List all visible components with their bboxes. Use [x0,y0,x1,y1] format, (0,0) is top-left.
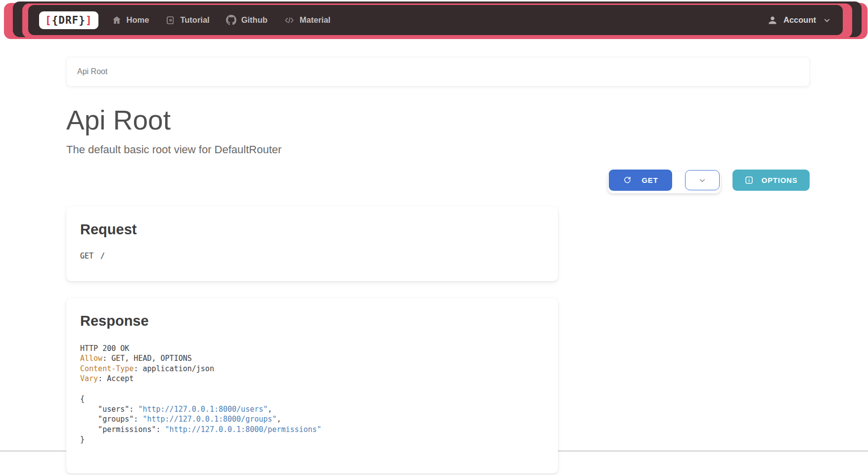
response-url-link[interactable]: "http://127.0.0.1:8000/permissions" [165,425,321,434]
get-button-label: GET [641,176,658,184]
response-card-title: Response [80,313,544,329]
nav-item-label: Material [300,15,330,25]
page-title: Api Root [66,106,810,135]
navbar: [{DRF}] Home Tutorial Github [28,5,843,35]
response-header-value: : GET, HEAD, OPTIONS [102,354,192,363]
json-close-brace: } [80,435,85,444]
github-icon [226,15,236,25]
response-header-value: : Accept [98,374,134,383]
nav-item-github[interactable]: Github [226,15,268,25]
response-header-line: Content-Type: application/json [80,364,544,374]
code-icon [284,15,295,26]
request-card-title: Request [80,221,544,238]
request-line: GET / [80,252,544,260]
journal-icon [165,15,175,25]
chevron-down-icon [697,175,707,185]
response-header-value: : application/json [134,364,214,373]
refresh-icon [623,175,632,185]
json-key: "permissions": [80,425,165,434]
request-method: GET [80,252,93,260]
response-header-name: Vary [80,374,98,383]
response-json-line: } [80,434,544,445]
nav-item-label: Github [241,15,268,25]
navbar-right: Account [768,15,832,25]
response-body: HTTP 200 OKAllow: GET, HEAD, OPTIONSCont… [80,344,544,445]
top-navbar: [{DRF}] Home Tutorial Github [0,0,868,42]
request-card: Request GET / [66,207,558,281]
main-content: Api Root Api Root The default basic root… [66,42,810,474]
response-json-line: "users": "http://127.0.0.1:8000/users", [80,404,544,415]
response-header-line: Vary: Accept [80,374,544,384]
nav-item-label: Tutorial [180,15,209,25]
response-header-name: Allow [80,354,102,363]
chevron-down-icon [822,15,832,25]
nav-item-label: Home [127,15,149,25]
person-icon [768,15,777,25]
options-button[interactable]: OPTIONS [732,170,810,191]
request-path: / [100,252,105,260]
account-menu[interactable]: Account [768,15,832,25]
brand-logo[interactable]: [{DRF}] [39,11,98,29]
json-open-brace: { [80,394,85,403]
json-comma: , [268,405,272,414]
response-json-line: "permissions": "http://127.0.0.1:8000/pe… [80,425,544,435]
response-header-line: Allow: GET, HEAD, OPTIONS [80,353,544,364]
logo-right-bracket: ] [86,14,92,26]
nav-item-home[interactable]: Home [112,15,149,25]
actions-row: GET OPTIONS [66,169,810,192]
nav-links: Home Tutorial Github Material [112,15,331,26]
response-url-link[interactable]: "http://127.0.0.1:8000/users" [138,405,268,414]
response-status-line: HTTP 200 OK [80,344,544,354]
json-comma: , [276,415,281,424]
home-icon [112,15,122,25]
response-blank-line [80,384,544,394]
logo-left-bracket: [ [45,14,52,26]
response-header-name: Content-Type [80,364,134,373]
response-url-link[interactable]: "http://127.0.0.1:8000/groups" [142,415,276,424]
json-key: "users": [80,405,138,414]
response-status-text: HTTP 200 OK [80,344,129,353]
nav-item-material[interactable]: Material [284,15,330,26]
json-key: "groups": [80,415,142,424]
info-icon [744,175,754,185]
options-button-label: OPTIONS [761,176,797,184]
breadcrumb-item-api-root[interactable]: Api Root [77,67,107,76]
page-subtitle: The default basic root view for DefaultR… [66,143,810,156]
nav-item-tutorial[interactable]: Tutorial [165,15,209,25]
response-card: Response HTTP 200 OKAllow: GET, HEAD, OP… [66,298,558,474]
response-json-line: "groups": "http://127.0.0.1:8000/groups"… [80,414,544,425]
get-button[interactable]: GET [609,170,672,191]
breadcrumb: Api Root [66,57,810,86]
logo-core: {DRF} [52,14,86,26]
get-button-group: GET [609,170,720,191]
account-label: Account [783,15,816,25]
get-format-dropdown-button[interactable] [685,170,720,190]
response-json-line: { [80,394,544,404]
